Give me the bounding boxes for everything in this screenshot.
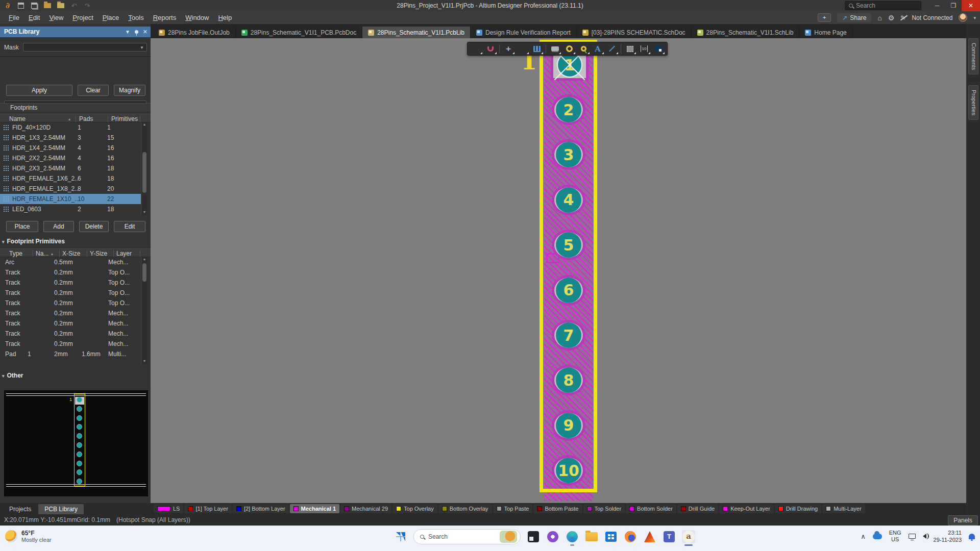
menu-reports[interactable]: Reports	[149, 12, 181, 23]
pad-6[interactable]: 6	[552, 275, 585, 306]
notifications-bell-icon[interactable]	[969, 534, 975, 539]
altium-app-icon[interactable]: a	[682, 530, 695, 543]
matlab-app-icon[interactable]	[643, 530, 656, 543]
table-row[interactable]: Track0.2mmMech...	[0, 339, 141, 349]
primitives-scrollbar[interactable]: ▲ ▼	[141, 257, 147, 364]
layer-tab[interactable]: Drill Guide	[677, 504, 718, 513]
table-row[interactable]: Track0.2mmTop O...	[0, 298, 141, 308]
pad-8[interactable]: 8	[552, 365, 585, 395]
edge-app-icon[interactable]	[566, 530, 579, 543]
language-switcher[interactable]: ENGUS	[889, 530, 901, 543]
tab-comments[interactable]: Comments	[968, 38, 978, 74]
doc-tab[interactable]: Design Rule Verification Report	[471, 27, 577, 38]
file-explorer-icon[interactable]	[585, 530, 598, 543]
table-row[interactable]: Track0.2mmTop O...	[0, 288, 141, 298]
pad-10[interactable]: 10	[552, 455, 585, 486]
doc-tab[interactable]: 28Pins_Schematic_V1I1.PcbLib	[362, 27, 471, 38]
pad-9[interactable]: 9	[552, 410, 585, 441]
layer-tab[interactable]: [1] Top Layer	[184, 504, 231, 513]
avatar[interactable]	[959, 13, 967, 22]
mask-dropdown[interactable]	[23, 43, 147, 52]
layer-tab[interactable]: Bottom Paste	[533, 504, 582, 513]
layer-tab[interactable]: Bottom Overlay	[438, 504, 492, 513]
pcb-editor-canvas[interactable]: 1 12345678910 +A10	[151, 38, 966, 503]
panel-tab-projects[interactable]: Projects	[3, 504, 37, 514]
comment-icon[interactable]: +	[818, 13, 831, 22]
dimension-icon[interactable]: 10	[638, 43, 651, 55]
layer-tab[interactable]: Mechanical 1	[290, 504, 339, 513]
gear-icon[interactable]: ⚙	[888, 14, 895, 22]
layer-tab[interactable]: Bottom Solder	[626, 504, 676, 513]
pin-icon[interactable]	[135, 30, 138, 34]
layer-tab[interactable]: Drill Drawing	[775, 504, 821, 513]
table-row[interactable]: Track0.2mmMech...	[0, 318, 141, 329]
menu-window[interactable]: Window	[181, 12, 213, 23]
doc-tab[interactable]: [03]-28PINS SCHEMATIC.SchDoc	[577, 27, 692, 38]
col-ysize[interactable]: Y-Size	[90, 250, 107, 257]
apply-button[interactable]: Apply	[6, 85, 72, 96]
footprint-preview[interactable]: 1	[4, 390, 148, 496]
table-row[interactable]: Pad12mm1.6mmMulti...	[0, 349, 141, 359]
table-row[interactable]: HDR_1X3_2.54MM315	[0, 133, 141, 143]
col-type[interactable]: Type	[9, 250, 22, 257]
clock[interactable]: 23:1129-11-2023	[934, 529, 962, 544]
panels-button[interactable]: Panels	[948, 515, 978, 525]
taskbar-search[interactable]: Search	[413, 529, 521, 544]
menu-view[interactable]: View	[44, 12, 68, 23]
magnify-button[interactable]: Magnify	[114, 85, 145, 96]
title-search-box[interactable]: Search	[845, 1, 921, 10]
firefox-app-icon[interactable]	[624, 530, 637, 543]
table-row[interactable]: Track0.2mmTop O...	[0, 267, 141, 278]
selection-filter-icon[interactable]	[470, 43, 483, 55]
fill-icon[interactable]	[623, 43, 636, 55]
menu-tools[interactable]: Tools	[124, 12, 148, 23]
open-project-icon[interactable]	[56, 2, 65, 10]
select-area-icon[interactable]	[516, 43, 529, 55]
table-row[interactable]: Track0.2mmTop O...	[0, 278, 141, 288]
col-name[interactable]: Name	[9, 115, 26, 122]
doc-tab[interactable]: 28Pins_Schematic_V1I1.SchLib	[692, 27, 800, 38]
col-prim-name[interactable]: Na...	[36, 250, 48, 257]
pad-4[interactable]: 4	[552, 185, 585, 215]
col-pads[interactable]: Pads	[79, 115, 93, 122]
maximize-button[interactable]: ❐	[945, 0, 962, 11]
chat-app-icon[interactable]	[546, 530, 559, 543]
pad-5[interactable]: 5	[552, 230, 585, 260]
table-row[interactable]: HDR_2X3_2.54MM618	[0, 163, 141, 173]
store-app-icon[interactable]	[604, 530, 618, 543]
photos-app-icon[interactable]	[527, 530, 540, 543]
col-xsize[interactable]: X-Size	[62, 250, 80, 257]
layer-tab[interactable]: Top Solder	[583, 504, 625, 513]
layer-tab[interactable]: Mechanical 29	[340, 504, 391, 513]
close-button[interactable]: ✕	[962, 0, 980, 11]
clear-button[interactable]: Clear	[78, 85, 109, 96]
table-row[interactable]: HDR_FEMALE_1X6_2...618	[0, 173, 141, 184]
layer-tab[interactable]: Top Overlay	[393, 504, 437, 513]
snap-icon[interactable]	[484, 43, 497, 55]
panel-tab-pcb-library[interactable]: PCB Library	[38, 504, 84, 514]
panel-close-icon[interactable]: ✕	[143, 27, 148, 37]
doc-tab[interactable]: 28Pins_Schematic_V1I1_PCB.PcbDoc	[236, 27, 362, 38]
menu-file[interactable]: File	[4, 12, 24, 23]
grid-icon[interactable]	[530, 43, 544, 55]
table-row[interactable]: Track0.2mmMech...	[0, 329, 141, 339]
weather-widget[interactable]: 65°F Mostly clear	[5, 530, 52, 543]
layer-tab[interactable]: Multi-Layer	[822, 504, 865, 513]
pad-3[interactable]: 3	[552, 139, 585, 170]
delete-button[interactable]: Delete	[79, 221, 109, 232]
layer-tab[interactable]: [2] Bottom Layer	[233, 504, 289, 513]
line-icon[interactable]	[605, 43, 619, 55]
pad-icon[interactable]	[562, 43, 576, 55]
table-row[interactable]: Arc0.5mmMech...	[0, 257, 141, 267]
room-icon[interactable]	[652, 43, 665, 55]
menu-help[interactable]: Help	[213, 12, 236, 23]
col-layer[interactable]: Layer	[116, 250, 132, 257]
layer-tab[interactable]: Keep-Out Layer	[719, 504, 774, 513]
move-icon[interactable]: +	[502, 43, 515, 55]
via-icon[interactable]	[577, 43, 590, 55]
table-row[interactable]: HDR_FEMALE_1X8_2...820	[0, 184, 141, 194]
save-icon[interactable]	[16, 2, 26, 10]
edit-button[interactable]: Edit	[114, 221, 145, 232]
tray-chevron-icon[interactable]: ∧	[861, 533, 866, 540]
text-icon[interactable]: A	[591, 43, 604, 55]
